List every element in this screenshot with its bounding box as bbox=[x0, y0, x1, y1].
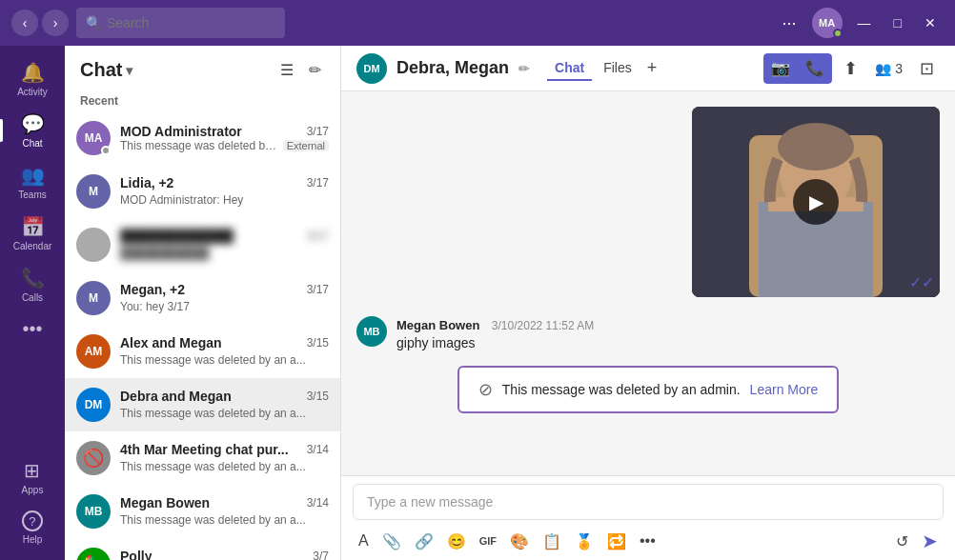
share-screen-button[interactable]: ⬆ bbox=[838, 54, 864, 83]
back-button[interactable]: ‹ bbox=[11, 10, 38, 36]
list-item[interactable]: 🦜 Polly 3/7 Your polly results are in! bbox=[65, 538, 340, 560]
more-actions-button[interactable]: ⊡ bbox=[914, 54, 940, 83]
format-button[interactable]: A bbox=[353, 529, 375, 553]
apps-icon: ⊞ bbox=[24, 459, 40, 482]
sidebar-item-calendar[interactable]: 📅 Calendar bbox=[0, 208, 65, 259]
participants-count: 3 bbox=[895, 61, 903, 76]
online-status-dot bbox=[833, 29, 843, 38]
chat-icon: 💬 bbox=[21, 112, 45, 135]
participants-button[interactable]: 👥 3 bbox=[869, 57, 908, 80]
sticker-button[interactable]: 🎨 bbox=[504, 529, 535, 554]
avatar: M bbox=[76, 281, 111, 315]
video-call-button[interactable]: 📷 bbox=[763, 53, 798, 84]
filter-button[interactable]: ☰ bbox=[276, 57, 297, 83]
chat-date: 3/14 bbox=[307, 443, 329, 456]
more-button[interactable]: ··· bbox=[775, 10, 804, 37]
send-button[interactable]: ➤ bbox=[916, 526, 944, 556]
message-input[interactable]: Type a new message bbox=[353, 484, 944, 520]
sidebar-label-help: Help bbox=[23, 534, 43, 545]
message-sender: Megan Bowen bbox=[396, 318, 479, 332]
sidebar-label-apps: Apps bbox=[22, 485, 44, 495]
sidebar-item-teams[interactable]: 👥 Teams bbox=[0, 156, 65, 208]
external-tag: External bbox=[283, 140, 329, 151]
chat-date: 3/7 bbox=[313, 550, 329, 560]
add-tab-button[interactable]: + bbox=[643, 54, 661, 82]
sidebar: 🔔 Activity 💬 Chat 👥 Teams 📅 Calendar 📞 C… bbox=[0, 46, 65, 560]
chat-header: DM Debra, Megan ✏ Chat Files + 📷 📞 ⬆ 👥 3… bbox=[341, 46, 955, 91]
avatar: 🚫 bbox=[76, 441, 111, 475]
call-buttons: 📷 📞 bbox=[763, 53, 832, 84]
list-item[interactable]: AM Alex and Megan 3/15 This message was … bbox=[65, 325, 340, 378]
titlebar: ‹ › 🔍 ··· MA — □ ✕ bbox=[0, 0, 955, 46]
chat-name: Alex and Megan bbox=[120, 335, 222, 350]
chat-date: 3/17 bbox=[307, 125, 329, 138]
chat-list: MA MOD Administrator 3/17 This message w… bbox=[65, 111, 340, 560]
activity-icon: 🔔 bbox=[21, 61, 45, 84]
calls-icon: 📞 bbox=[21, 267, 45, 290]
more-dots-icon: ••• bbox=[22, 318, 42, 340]
chat-name: Polly bbox=[120, 549, 152, 560]
emoji-button[interactable]: 😊 bbox=[441, 529, 472, 554]
gif-button[interactable]: GIF bbox=[474, 531, 502, 550]
chat-info: 4th Mar Meeting chat pur... 3/14 This me… bbox=[120, 442, 329, 474]
chat-info: Megan Bowen 3/14 This message was delete… bbox=[120, 495, 329, 528]
sidebar-item-help[interactable]: ? Help bbox=[22, 503, 44, 552]
sidebar-label-activity: Activity bbox=[17, 87, 48, 97]
list-item[interactable]: M Lidia, +2 3/17 MOD Administrator: Hey bbox=[65, 165, 340, 218]
sidebar-item-apps[interactable]: ⊞ Apps bbox=[22, 451, 44, 503]
maximize-button[interactable]: □ bbox=[886, 11, 909, 34]
chat-preview: This message was deleted by an a... bbox=[120, 407, 306, 420]
tab-chat[interactable]: Chat bbox=[547, 56, 592, 81]
message-group: MB Megan Bowen 3/10/2022 11:52 AM giphy … bbox=[356, 316, 940, 350]
user-avatar-badge[interactable]: MA bbox=[812, 8, 843, 38]
list-item[interactable]: ████████████ 3/17 ███████████ bbox=[65, 218, 340, 271]
sidebar-item-calls[interactable]: 📞 Calls bbox=[0, 259, 65, 310]
chat-info: Debra and Megan 3/15 This message was de… bbox=[120, 389, 329, 421]
sidebar-item-chat[interactable]: 💬 Chat bbox=[0, 105, 65, 156]
minimize-button[interactable]: — bbox=[850, 11, 879, 34]
list-item[interactable]: 🚫 4th Mar Meeting chat pur... 3/14 This … bbox=[65, 431, 340, 485]
sidebar-item-activity[interactable]: 🔔 Activity bbox=[0, 53, 65, 105]
link-button[interactable]: 🔗 bbox=[409, 529, 439, 554]
participants-icon: 👥 bbox=[875, 61, 891, 76]
list-item[interactable]: DM Debra and Megan 3/15 This message was… bbox=[65, 378, 340, 431]
avatar: 🦜 bbox=[76, 548, 111, 560]
chat-preview: This message was deleted by an a... bbox=[120, 353, 306, 367]
audio-call-button[interactable]: 📞 bbox=[798, 53, 832, 84]
tab-files[interactable]: Files bbox=[596, 56, 640, 81]
chat-preview: You: hey 3/17 bbox=[120, 300, 190, 313]
message-time: 3/10/2022 11:52 AM bbox=[492, 319, 594, 332]
chat-date: 3/15 bbox=[307, 336, 329, 350]
new-chat-button[interactable]: ✏ bbox=[305, 57, 325, 83]
sidebar-item-more[interactable]: ••• bbox=[0, 310, 65, 348]
list-item[interactable]: MA MOD Administrator 3/17 This message w… bbox=[65, 111, 340, 165]
chat-preview: MOD Administrator: Hey bbox=[120, 193, 243, 207]
chat-name: ████████████ bbox=[120, 229, 234, 244]
sender-avatar: MB bbox=[356, 316, 387, 347]
learn-more-link[interactable]: Learn More bbox=[750, 382, 819, 397]
chat-name: Lidia, +2 bbox=[120, 175, 173, 190]
schedule-button[interactable]: 📋 bbox=[537, 529, 567, 554]
play-button[interactable]: ▶ bbox=[793, 179, 839, 225]
loop-button[interactable]: 🔁 bbox=[601, 529, 632, 554]
contact-avatar: DM bbox=[356, 53, 387, 84]
avatar: MA bbox=[76, 121, 111, 155]
list-item[interactable]: MB Megan Bowen 3/14 This message was del… bbox=[65, 485, 340, 538]
video-thumbnail[interactable]: ▶ ✓✓ bbox=[692, 107, 940, 297]
list-item[interactable]: M Megan, +2 3/17 You: hey 3/17 bbox=[65, 271, 340, 325]
more-tools-button[interactable]: ••• bbox=[634, 529, 661, 553]
attach-button[interactable]: 📎 bbox=[376, 529, 407, 554]
avatar: AM bbox=[76, 334, 111, 369]
praise-button[interactable]: 🏅 bbox=[569, 529, 599, 554]
loop-action-button[interactable]: ↺ bbox=[890, 529, 914, 554]
search-wrap: 🔍 bbox=[76, 8, 724, 38]
titlebar-right: ··· MA — □ ✕ bbox=[775, 8, 944, 38]
chat-input-area: Type a new message A 📎 🔗 😊 GIF 🎨 📋 🏅 🔁 •… bbox=[341, 475, 955, 560]
close-button[interactable]: ✕ bbox=[917, 11, 944, 34]
chat-list-title[interactable]: Chat ▾ bbox=[80, 59, 132, 81]
edit-contact-icon[interactable]: ✏ bbox=[518, 61, 530, 76]
search-input[interactable] bbox=[76, 8, 285, 38]
forward-button[interactable]: › bbox=[42, 10, 69, 36]
deleted-text: This message was deleted by an admin. bbox=[502, 382, 741, 397]
chat-info: Lidia, +2 3/17 MOD Administrator: Hey bbox=[120, 175, 329, 208]
